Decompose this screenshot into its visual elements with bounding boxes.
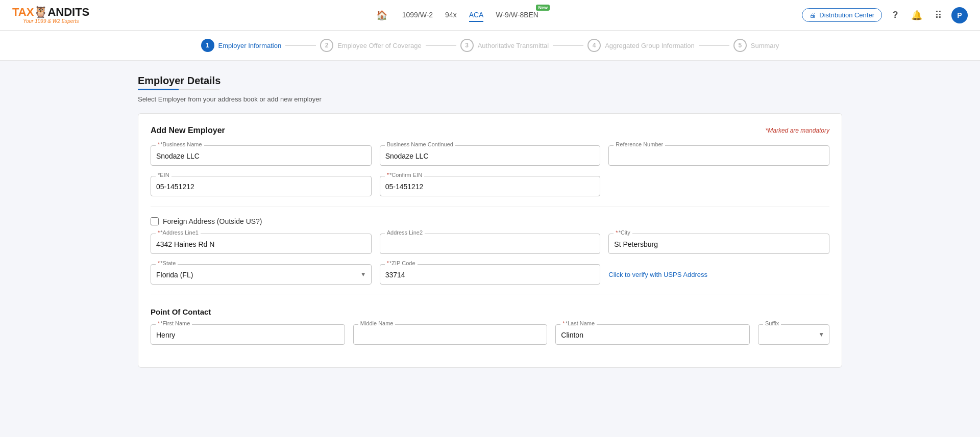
confirm-ein-input[interactable] (380, 176, 601, 196)
suffix-label: Suffix (763, 320, 781, 326)
grid-icon: ⠿ (935, 9, 942, 21)
state-select[interactable]: Florida (FL) Alabama (AL) Alaska (AK) Ar… (151, 264, 372, 285)
step-3-circle: 3 (460, 39, 474, 52)
step-4[interactable]: 4 Aggregated Group Information (587, 39, 695, 52)
logo-main: TAX🦉ANDITS (12, 6, 89, 18)
title-underline (138, 89, 842, 90)
nav-w9w8ben[interactable]: W-9/W-8BEN New (496, 9, 538, 22)
city-input[interactable] (608, 234, 829, 254)
address1-group: **Address Line1 (151, 234, 372, 254)
ein-group: *EIN (151, 176, 372, 196)
nav-94x[interactable]: 94x (445, 9, 457, 22)
address1-input[interactable] (151, 234, 372, 254)
first-name-input[interactable] (151, 324, 345, 345)
mandatory-note: *Marked are mandatory (766, 127, 829, 134)
first-name-label: **First Name (156, 320, 192, 326)
help-button[interactable]: ? (887, 7, 903, 23)
business-name-continued-input[interactable] (380, 145, 601, 166)
reference-number-input[interactable] (608, 145, 829, 166)
suffix-group: Suffix Jr. Sr. II III ▼ (758, 324, 829, 345)
header: TAX🦉ANDITS Your 1099 & W2 Experts 🏠 1099… (0, 0, 980, 31)
state-label: **State (156, 260, 178, 266)
step-5[interactable]: 5 Summary (733, 39, 779, 52)
address2-label: Address Line2 (385, 229, 425, 236)
nav-aca[interactable]: ACA (469, 9, 484, 22)
ein-input[interactable] (151, 176, 372, 196)
usps-verify-link[interactable]: Click to verify with USPS Address (608, 271, 829, 278)
reference-number-group: Reference Number (608, 145, 829, 166)
confirm-ein-label: **Confirm EIN (385, 172, 424, 178)
notifications-button[interactable]: 🔔 (909, 7, 925, 23)
middle-name-group: Middle Name (353, 324, 548, 345)
new-badge: New (536, 5, 550, 11)
middle-name-input[interactable] (353, 324, 548, 345)
state-group: **State Florida (FL) Alabama (AL) Alaska… (151, 264, 372, 285)
business-name-label: **Business Name (156, 141, 204, 147)
step-4-circle: 4 (587, 39, 601, 52)
suffix-select[interactable]: Jr. Sr. II III (758, 324, 829, 345)
main-nav: 🏠 1099/W-2 94x ACA W-9/W-8BEN New (110, 7, 802, 23)
step-connector-3 (553, 45, 583, 46)
help-icon: ? (893, 10, 898, 20)
zip-group: **ZIP Code (380, 264, 601, 285)
step-1-label: Employer Information (218, 42, 282, 49)
step-4-label: Aggregated Group Information (605, 42, 695, 49)
distribution-center-button[interactable]: 🖨 Distribution Center (802, 8, 882, 22)
city-group: **City (608, 234, 829, 254)
form-row-5: **First Name Middle Name **Last Name Suf… (151, 324, 829, 345)
step-connector-2 (426, 45, 456, 46)
confirm-ein-group: **Confirm EIN (380, 176, 601, 196)
last-name-input[interactable] (555, 324, 750, 345)
step-2-circle: 2 (320, 39, 333, 52)
business-name-input[interactable] (151, 145, 372, 166)
contact-section-title: Point Of Contact (151, 305, 829, 316)
verify-link-group: Click to verify with USPS Address (608, 271, 829, 278)
logo-area: TAX🦉ANDITS Your 1099 & W2 Experts (12, 6, 89, 24)
address2-group: Address Line2 (380, 234, 601, 254)
main-content: Employer Details Select Employer from yo… (117, 61, 863, 382)
step-1-circle: 1 (201, 39, 214, 52)
foreign-address-checkbox[interactable] (151, 217, 159, 225)
address2-input[interactable] (380, 234, 601, 254)
logo: TAX🦉ANDITS Your 1099 & W2 Experts (12, 6, 89, 24)
ein-label: *EIN (156, 172, 172, 178)
underline-blue (138, 89, 179, 90)
page-title: Employer Details (138, 75, 842, 87)
business-name-group: **Business Name (151, 145, 372, 166)
business-name-continued-group: Business Name Continued (380, 145, 601, 166)
user-avatar[interactable]: P (951, 7, 968, 23)
step-2-label: Employee Offer of Coverage (337, 42, 422, 49)
step-5-label: Summary (751, 42, 779, 49)
address1-label: **Address Line1 (156, 229, 201, 236)
step-5-circle: 5 (733, 39, 747, 52)
business-name-continued-label: Business Name Continued (385, 141, 455, 147)
nav-1099w2[interactable]: 1099/W-2 (402, 9, 433, 22)
suffix-select-wrapper: Jr. Sr. II III ▼ (758, 324, 829, 345)
foreign-address-label: Foreign Address (Outside US?) (163, 217, 262, 225)
apps-grid-button[interactable]: ⠿ (930, 7, 946, 23)
state-select-wrapper: Florida (FL) Alabama (AL) Alaska (AK) Ar… (151, 264, 372, 285)
first-name-group: **First Name (151, 324, 345, 345)
form-row-2: *EIN **Confirm EIN (151, 176, 829, 196)
owl-icon: 🦉 (34, 6, 47, 18)
stepper: 1 Employer Information 2 Employee Offer … (0, 31, 980, 61)
last-name-group: **Last Name (555, 324, 750, 345)
zip-input[interactable] (380, 264, 601, 285)
step-connector-1 (285, 45, 316, 46)
last-name-label: **Last Name (560, 320, 597, 326)
home-nav-btn[interactable]: 🏠 (374, 7, 390, 23)
bell-icon: 🔔 (911, 10, 922, 21)
foreign-address-row: Foreign Address (Outside US?) (151, 217, 829, 225)
step-1[interactable]: 1 Employer Information (201, 39, 282, 52)
step-connector-4 (699, 45, 729, 46)
home-icon: 🏠 (376, 10, 387, 21)
form-row-3: **Address Line1 Address Line2 **City (151, 234, 829, 254)
divider-2 (151, 295, 829, 295)
underline-gray (179, 89, 219, 90)
card-header: Add New Employer *Marked are mandatory (151, 126, 829, 135)
zip-label: **ZIP Code (385, 260, 418, 266)
add-employer-card: Add New Employer *Marked are mandatory *… (138, 113, 842, 368)
step-3[interactable]: 3 Authoritative Transmittal (460, 39, 549, 52)
step-2[interactable]: 2 Employee Offer of Coverage (320, 39, 422, 52)
form-row-1: **Business Name Business Name Continued … (151, 145, 829, 166)
